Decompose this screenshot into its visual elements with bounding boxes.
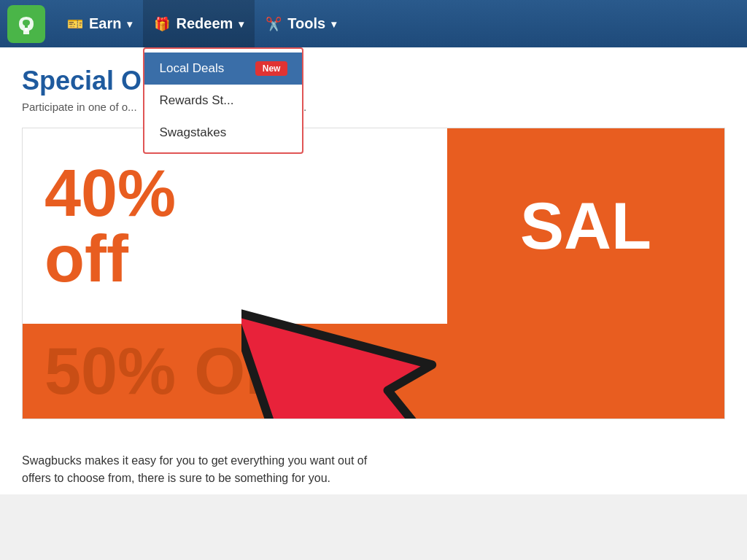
page-title: Special O... xyxy=(22,66,725,96)
tools-label: Tools xyxy=(287,15,325,32)
earn-icon: 🎫 xyxy=(67,16,83,32)
sale-image: 40% off SAL 50% OFF xyxy=(22,128,725,419)
svg-rect-0 xyxy=(25,28,28,31)
sale-top: 40% off SAL xyxy=(23,128,724,324)
bottom-text: Swagbucks makes it easy for you to get e… xyxy=(0,438,747,494)
sale-right: SAL xyxy=(447,128,724,324)
swagstakes-label: Swagstakes xyxy=(159,125,226,140)
logo[interactable] xyxy=(7,5,45,43)
sale-50-off: 50% OFF xyxy=(44,338,325,404)
redeem-icon: 🎁 xyxy=(154,16,170,32)
sale-40-off: 40% xyxy=(44,160,425,226)
sale-sal-text: SAL xyxy=(520,193,651,259)
new-badge: New xyxy=(255,61,288,76)
tools-arrow-icon: ▾ xyxy=(331,18,336,30)
navbar: 🎫 Earn ▾ 🎁 Redeem ▾ Local Deals New Rewa… xyxy=(0,0,747,47)
dropdown-item-swagstakes[interactable]: Swagstakes xyxy=(144,117,302,149)
nav-redeem[interactable]: 🎁 Redeem ▾ xyxy=(143,0,255,47)
nav-tools[interactable]: ✂️ Tools ▾ xyxy=(255,0,347,47)
tools-icon: ✂️ xyxy=(266,16,282,32)
earn-label: Earn xyxy=(89,15,121,32)
dropdown-item-rewards-store[interactable]: Rewards St... xyxy=(144,85,302,117)
sale-bottom: 50% OFF xyxy=(23,324,724,419)
bottom-paragraph-2: offers to choose from, there is sure to … xyxy=(22,470,725,487)
page-subtitle: Participate in one of o... ...nteed Swag… xyxy=(22,101,725,113)
rewards-store-label: Rewards St... xyxy=(159,93,233,108)
redeem-arrow-icon: ▾ xyxy=(239,18,244,30)
redeem-label: Redeem xyxy=(176,15,233,32)
nav-earn[interactable]: 🎫 Earn ▾ xyxy=(56,0,143,47)
sale-content: 40% off SAL 50% OFF xyxy=(23,128,724,419)
sale-off-text: off xyxy=(44,226,425,292)
bottom-paragraph-1: Swagbucks makes it easy for you to get e… xyxy=(22,452,725,470)
local-deals-label: Local Deals xyxy=(159,61,224,76)
dropdown-item-local-deals[interactable]: Local Deals New xyxy=(144,52,302,85)
redeem-dropdown-menu: Local Deals New Rewards St... Swagstakes xyxy=(143,47,303,154)
earn-arrow-icon: ▾ xyxy=(127,18,132,30)
redeem-dropdown-container: 🎁 Redeem ▾ Local Deals New Rewards St...… xyxy=(143,0,255,47)
sale-left: 40% off xyxy=(23,128,447,324)
page-content: Special O... Participate in one of o... … xyxy=(0,47,747,438)
